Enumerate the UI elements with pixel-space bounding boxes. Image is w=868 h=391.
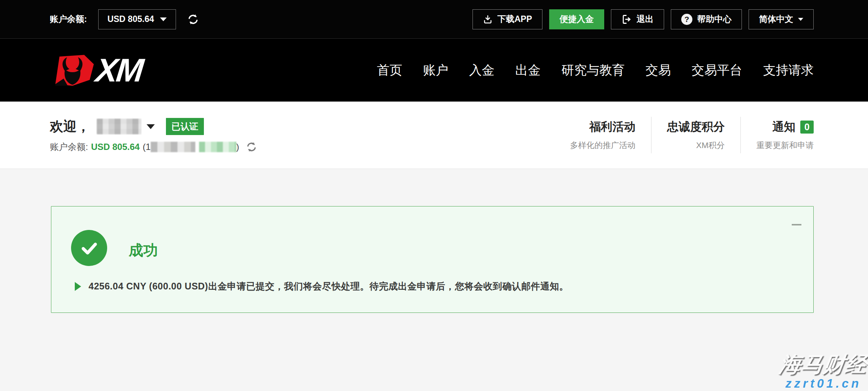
notifications-title: 通知 xyxy=(772,119,795,135)
welcome-balance-value: USD 805.64 xyxy=(91,142,140,152)
welcome-strip: 欢迎， 已认证 账户余额: USD 805.64 (1 ) xyxy=(0,102,868,169)
topbar-balance-value: USD 805.64 xyxy=(108,14,154,24)
link-loyalty-points[interactable]: 忠诚度积分 XM积分 xyxy=(651,117,740,153)
nav-item-home[interactable]: 首页 xyxy=(377,62,402,79)
loyalty-subtitle: XM积分 xyxy=(667,140,725,151)
main-content: 成功 4256.04 CNY (600.00 USD)出金申请已提交，我们将会尽… xyxy=(0,169,868,391)
main-navbar: XM 首页 账户 入金 出金 研究与教育 交易 交易平台 支持请求 xyxy=(0,39,868,102)
promotions-subtitle: 多样化的推广活动 xyxy=(570,140,635,151)
username-redacted xyxy=(97,119,141,134)
welcome-balance-label: 账户余额: xyxy=(50,141,88,153)
welcome-quick-links: 福利活动 多样化的推广活动 忠诚度积分 XM积分 通知 0 重要更新和申请 xyxy=(554,117,814,153)
help-center-button[interactable]: ? 帮助中心 xyxy=(671,9,742,29)
logout-button[interactable]: 退出 xyxy=(611,9,664,29)
quick-deposit-button[interactable]: 便捷入金 xyxy=(549,9,604,29)
account-type-redacted xyxy=(199,142,236,152)
account-number-suffix: ) xyxy=(236,142,239,152)
nav-item-research-education[interactable]: 研究与教育 xyxy=(561,62,625,79)
success-check-circle xyxy=(71,230,107,266)
question-circle-icon: ? xyxy=(681,14,692,25)
chevron-down-icon xyxy=(160,17,167,21)
nav-menu: 首页 账户 入金 出金 研究与教育 交易 交易平台 支持请求 xyxy=(377,62,814,79)
chevron-down-icon xyxy=(798,18,803,21)
success-title: 成功 xyxy=(129,240,158,260)
quick-deposit-label: 便捷入金 xyxy=(560,13,594,25)
welcome-user-block: 欢迎， 已认证 账户余额: USD 805.64 (1 ) xyxy=(50,118,257,153)
download-app-label: 下载APP xyxy=(497,13,532,25)
logout-icon xyxy=(621,14,632,25)
xm-bull-icon xyxy=(50,53,95,87)
help-center-label: 帮助中心 xyxy=(697,13,731,25)
success-message: 4256.04 CNY (600.00 USD)出金申请已提交，我们将会尽快处理… xyxy=(89,280,568,292)
topbar: 账户余额: USD 805.64 下载APP 便捷入金 xyxy=(0,0,868,39)
notifications-count-badge: 0 xyxy=(800,121,814,134)
nav-item-withdraw[interactable]: 出金 xyxy=(515,62,541,79)
nav-item-platforms[interactable]: 交易平台 xyxy=(692,62,742,79)
loyalty-title: 忠诚度积分 xyxy=(667,119,725,135)
success-message-row: 4256.04 CNY (600.00 USD)出金申请已提交，我们将会尽快处理… xyxy=(75,280,568,292)
xm-logo[interactable]: XM xyxy=(50,53,146,87)
language-selector[interactable]: 简体中文 xyxy=(749,9,814,29)
welcome-greeting: 欢迎， xyxy=(50,118,90,136)
success-alert-panel: 成功 4256.04 CNY (600.00 USD)出金申请已提交，我们将会尽… xyxy=(51,206,814,313)
account-switch-chevron-icon[interactable] xyxy=(147,124,155,129)
nav-item-support[interactable]: 支持请求 xyxy=(763,62,814,79)
logout-label: 退出 xyxy=(637,13,654,25)
nav-item-account[interactable]: 账户 xyxy=(423,62,448,79)
download-icon xyxy=(483,15,493,24)
refresh-account-button[interactable] xyxy=(246,141,257,153)
account-number-prefix: (1 xyxy=(142,142,150,152)
account-balance-dropdown[interactable]: USD 805.64 xyxy=(98,9,176,29)
refresh-icon xyxy=(187,13,199,25)
bullet-triangle-icon xyxy=(75,282,81,291)
refresh-balance-button[interactable] xyxy=(187,13,199,25)
refresh-icon xyxy=(246,141,257,153)
topbar-balance-label: 账户余额: xyxy=(50,13,87,25)
topbar-actions: 下载APP 便捷入金 退出 ? 帮助中心 简体中文 xyxy=(473,9,814,29)
watermark: 海马财经 zzrt01.cn xyxy=(779,353,867,390)
xm-logo-text: XM xyxy=(94,54,147,87)
collapse-panel-button[interactable] xyxy=(792,224,801,225)
nav-item-trading[interactable]: 交易 xyxy=(646,62,671,79)
watermark-brand: 海马财经 xyxy=(778,353,868,376)
language-label: 简体中文 xyxy=(759,13,793,25)
promotions-title: 福利活动 xyxy=(589,119,635,135)
account-number-group: (1 ) xyxy=(142,142,239,152)
checkmark-icon xyxy=(79,238,100,259)
topbar-balance-group: 账户余额: USD 805.64 xyxy=(50,9,199,29)
nav-item-deposit[interactable]: 入金 xyxy=(469,62,494,79)
download-app-button[interactable]: 下载APP xyxy=(473,9,542,29)
link-notifications[interactable]: 通知 0 重要更新和申请 xyxy=(740,117,814,153)
link-promotions[interactable]: 福利活动 多样化的推广活动 xyxy=(554,117,651,153)
account-number-redacted xyxy=(151,142,195,152)
notifications-subtitle: 重要更新和申请 xyxy=(756,140,814,151)
watermark-url: zzrt01.cn xyxy=(779,377,867,390)
verified-badge: 已认证 xyxy=(166,118,204,135)
